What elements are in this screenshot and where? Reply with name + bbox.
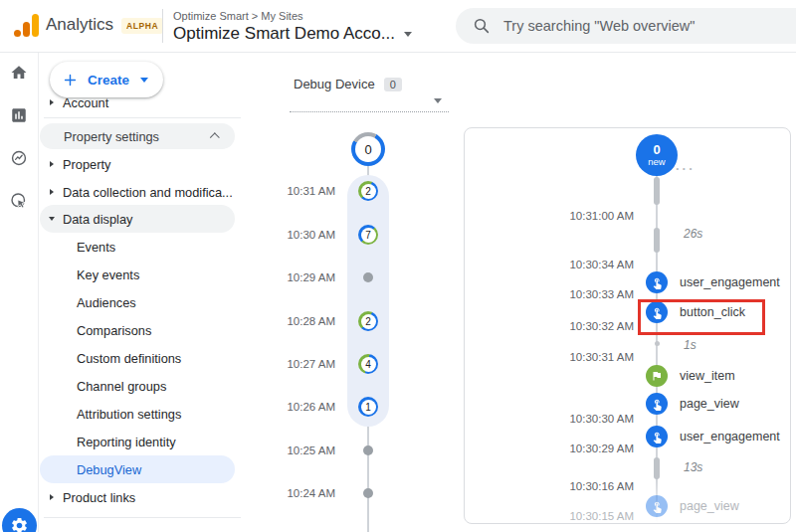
nav-item-audiences[interactable]: Audiences (40, 288, 235, 316)
nav-item-label: Data display (63, 212, 132, 227)
event-name[interactable]: page_view (680, 499, 739, 513)
nav-item-comparisons[interactable]: Comparisons (40, 316, 235, 344)
app-header: Analytics ALPHA Optimize Smart > My Site… (0, 0, 796, 53)
selected-minutes-band (347, 175, 389, 427)
nav-item-property[interactable]: Property (40, 150, 235, 178)
new-events-label: new (648, 157, 665, 167)
empty-minute-dot (363, 272, 373, 282)
alpha-badge: ALPHA (121, 18, 163, 34)
nav-item-reporting-identity[interactable]: Reporting identity (40, 428, 235, 455)
nav-item-label: Attribution settings (77, 407, 181, 422)
nav-item-data-display[interactable]: Data display (40, 205, 235, 233)
search-placeholder: Try searching "Web overview" (503, 18, 695, 34)
chevron-down-icon (140, 78, 148, 83)
nav-item-label: Comparisons (77, 323, 151, 338)
left-rail (0, 52, 39, 532)
nav-item-key-events[interactable]: Key events (40, 261, 235, 288)
current-minute-circle[interactable]: 0 (351, 132, 385, 166)
event-icon-user-engagement[interactable] (646, 426, 668, 447)
event-icon-user-engagement[interactable] (646, 271, 668, 293)
minute-label: 10:29 AM (249, 271, 335, 283)
nav-item-label: Data collection and modifica... (63, 185, 233, 200)
new-events-button[interactable]: 0 new (636, 134, 678, 176)
event-name[interactable]: page_view (680, 397, 739, 411)
nav-item-debugview[interactable]: DebugView (40, 455, 235, 483)
event-stream-card: 0 new ... 10:31:00 AM 10:30:34 AM 10:30:… (464, 127, 791, 524)
current-minute-count: 0 (355, 136, 381, 162)
event-icon-view-item[interactable] (646, 365, 668, 387)
gear-icon (10, 516, 29, 532)
nav-item-label: Events (77, 240, 115, 255)
stream-timestamp: 10:30:15 AM (522, 510, 634, 522)
nav-item-label: DebugView (77, 462, 141, 477)
advertising-icon[interactable] (10, 192, 28, 210)
event-name[interactable]: user_engagement (680, 430, 780, 443)
device-dropdown-icon[interactable] (434, 98, 442, 103)
expand-arrow-icon (50, 99, 54, 105)
minute-circle[interactable]: 2 (358, 181, 378, 201)
explore-icon[interactable] (10, 149, 28, 167)
device-count-badge: 0 (384, 78, 402, 91)
event-icon-button-click[interactable] (646, 301, 668, 323)
new-events-count: 0 (653, 143, 660, 157)
nav-item-product-links[interactable]: Product links (40, 483, 235, 511)
nav-item-label: Product links (63, 490, 135, 505)
nav-item-events[interactable]: Events (40, 233, 235, 261)
create-button[interactable]: Create (50, 62, 163, 97)
nav-item-label: Key events (77, 267, 139, 282)
timeline-segment (654, 228, 660, 253)
minute-circle[interactable]: 4 (358, 354, 378, 374)
analytics-logo-icon[interactable] (14, 13, 39, 37)
chevron-up-icon (210, 132, 220, 142)
nav-item-data-collection[interactable]: Data collection and modifica... (40, 178, 235, 206)
nav-item-label: Property (63, 157, 110, 172)
event-icon-page-view[interactable] (646, 393, 668, 415)
breadcrumb: Optimize Smart > My Sites (173, 10, 303, 22)
search-input[interactable]: Try searching "Web overview" (456, 8, 796, 44)
minute-label: 10:31 AM (249, 185, 335, 197)
event-name[interactable]: button_click (680, 305, 745, 319)
timeline-segment (654, 457, 660, 479)
product-name: Analytics (46, 15, 113, 35)
debug-device-text: Debug Device (294, 77, 375, 91)
minute-circle[interactable]: 2 (358, 311, 378, 331)
search-icon (473, 17, 491, 35)
empty-minute-dot (363, 488, 373, 498)
touch-icon (651, 398, 664, 411)
minute-circle[interactable]: 7 (358, 225, 378, 245)
section-header-label: Property settings (64, 129, 159, 144)
reports-icon[interactable] (10, 106, 28, 124)
timeline-tick-dot (655, 341, 660, 346)
nav-item-custom-definitions[interactable]: Custom definitions (40, 344, 235, 372)
header-divider (162, 9, 163, 43)
admin-button[interactable] (2, 508, 37, 532)
minute-circle[interactable]: 1 (358, 397, 378, 417)
home-icon[interactable] (10, 64, 28, 82)
minute-label: 10:26 AM (249, 401, 335, 413)
nav-item-attribution-settings[interactable]: Attribution settings (40, 400, 235, 428)
minute-label: 10:28 AM (249, 315, 335, 327)
truncated-marker: ... (676, 158, 696, 173)
event-name[interactable]: user_engagement (680, 275, 780, 289)
touch-icon (651, 500, 664, 513)
event-name[interactable]: view_item (680, 369, 735, 383)
account-selector[interactable]: Optimize Smart Demo Acco... (173, 24, 412, 44)
minute-label: 10:25 AM (249, 444, 335, 456)
expand-arrow-icon (50, 161, 54, 167)
stream-timestamp: 10:30:29 AM (522, 443, 634, 454)
plus-icon (62, 72, 79, 89)
event-icon-page-view[interactable] (646, 495, 668, 517)
nav-item-channel-groups[interactable]: Channel groups (40, 372, 235, 400)
nav-divider (44, 117, 241, 118)
timeline-segment (654, 177, 660, 205)
stream-timestamp: 10:30:32 AM (522, 320, 634, 332)
touch-icon (651, 431, 664, 443)
nav-divider (44, 517, 241, 518)
gap-duration: 26s (684, 227, 702, 241)
nav-section-property-settings[interactable]: Property settings (40, 123, 235, 149)
nav-item-label: Audiences (77, 295, 136, 310)
expand-arrow-icon (50, 189, 54, 195)
debug-device-label: Debug Device 0 (294, 77, 402, 91)
stream-timestamp: 10:30:34 AM (522, 259, 634, 270)
minute-label: 10:27 AM (249, 358, 335, 370)
